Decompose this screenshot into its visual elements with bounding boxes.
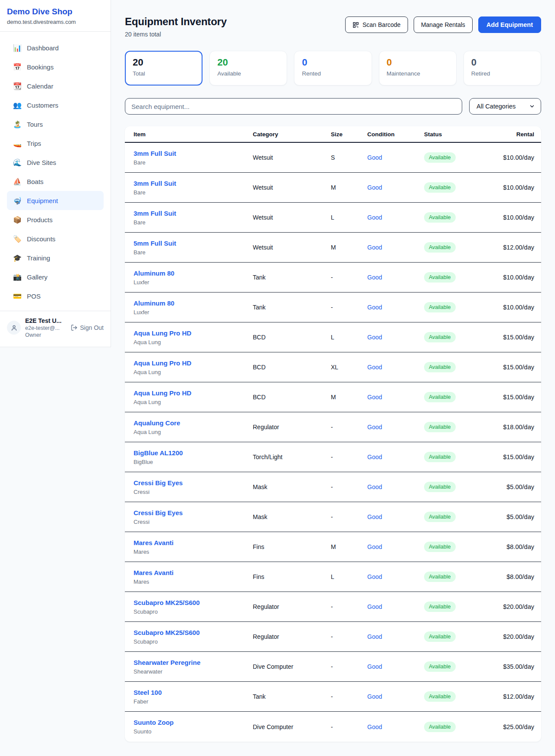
table-row[interactable]: Mares Avanti Mares Fins L Good Available… (125, 562, 541, 592)
item-brand: Luxfer (134, 309, 253, 316)
condition-link[interactable]: Good (367, 723, 382, 730)
condition-link[interactable]: Good (367, 154, 382, 161)
item-name-link[interactable]: Suunto Zoop (134, 719, 173, 726)
stat-card-available[interactable]: 20 Available (209, 51, 287, 85)
dive-mask-icon: 🤿 (13, 197, 22, 205)
sidebar-item-gallery[interactable]: 📸 Gallery (7, 267, 104, 286)
camera-icon: 📸 (13, 273, 22, 281)
sidebar-item-boats[interactable]: ⛵ Boats (7, 172, 104, 191)
item-name-link[interactable]: Aqua Lung Pro HD (134, 329, 191, 337)
table-row[interactable]: Shearwater Peregrine Shearwater Dive Com… (125, 652, 541, 682)
item-name-link[interactable]: 3mm Full Suit (134, 210, 176, 217)
table-row[interactable]: Aqualung Core Aqua Lung Regulator - Good… (125, 412, 541, 442)
condition-link[interactable]: Good (367, 244, 382, 251)
condition-link[interactable]: Good (367, 543, 382, 550)
item-name-link[interactable]: 3mm Full Suit (134, 180, 176, 187)
condition-link[interactable]: Good (367, 513, 382, 520)
condition-link[interactable]: Good (367, 364, 382, 371)
sidebar-item-equipment[interactable]: 🤿 Equipment (7, 191, 104, 210)
table-row[interactable]: 3mm Full Suit Bare Wetsuit L Good Availa… (125, 203, 541, 233)
sign-out-button[interactable]: Sign Out (71, 324, 104, 331)
sidebar-item-dashboard[interactable]: 📊 Dashboard (7, 38, 104, 57)
category-cell: Fins (253, 543, 331, 550)
item-brand: Bare (134, 249, 253, 256)
table-row[interactable]: 3mm Full Suit Bare Wetsuit M Good Availa… (125, 173, 541, 203)
table-row[interactable]: Aqua Lung Pro HD Aqua Lung BCD M Good Av… (125, 382, 541, 412)
table-row[interactable]: Scubapro MK25/S600 Scubapro Regulator - … (125, 592, 541, 622)
condition-link[interactable]: Good (367, 573, 382, 580)
table-row[interactable]: Steel 100 Faber Tank - Good Available $1… (125, 682, 541, 712)
brand-domain: demo.test.divestreams.com (7, 19, 104, 25)
item-name-link[interactable]: Scubapro MK25/S600 (134, 629, 200, 636)
scan-barcode-button[interactable]: Scan Barcode (345, 16, 408, 33)
sidebar-item-tours[interactable]: 🏝️ Tours (7, 115, 104, 134)
stat-card-rented[interactable]: 0 Rented (294, 51, 372, 85)
condition-link[interactable]: Good (367, 454, 382, 460)
sidebar-item-bookings[interactable]: 📅 Bookings (7, 57, 104, 76)
category-select[interactable]: All Categories (469, 98, 541, 115)
table-row[interactable]: Cressi Big Eyes Cressi Mask - Good Avail… (125, 502, 541, 532)
item-name-link[interactable]: Aluminum 80 (134, 299, 174, 307)
condition-link[interactable]: Good (367, 304, 382, 311)
condition-link[interactable]: Good (367, 663, 382, 670)
item-name-link[interactable]: Scubapro MK25/S600 (134, 599, 200, 606)
item-name-link[interactable]: Mares Avanti (134, 539, 173, 546)
add-equipment-button[interactable]: Add Equipment (478, 16, 541, 33)
manage-rentals-button[interactable]: Manage Rentals (414, 16, 473, 33)
table-row[interactable]: Aqua Lung Pro HD Aqua Lung BCD XL Good A… (125, 352, 541, 382)
table-row[interactable]: Mares Avanti Mares Fins M Good Available… (125, 532, 541, 562)
item-name-link[interactable]: Aluminum 80 (134, 270, 174, 277)
table-row[interactable]: Cressi Big Eyes Cressi Mask - Good Avail… (125, 472, 541, 502)
sidebar-item-products[interactable]: 📦 Products (7, 210, 104, 229)
brand-name[interactable]: Demo Dive Shop (7, 7, 104, 16)
condition-link[interactable]: Good (367, 214, 382, 221)
table-row[interactable]: Aluminum 80 Luxfer Tank - Good Available… (125, 263, 541, 293)
search-input[interactable] (125, 98, 462, 115)
sidebar-item-calendar[interactable]: 📆 Calendar (7, 76, 104, 95)
sidebar-item-customers[interactable]: 👥 Customers (7, 95, 104, 115)
table-header-row: Item Category Size Condition Status Rent… (125, 126, 541, 143)
condition-link[interactable]: Good (367, 274, 382, 281)
condition-link[interactable]: Good (367, 693, 382, 700)
sidebar-item-pos[interactable]: 💳 POS (7, 286, 104, 306)
table-row[interactable]: Scubapro MK25/S600 Scubapro Regulator - … (125, 622, 541, 652)
sidebar-item-training[interactable]: 🎓 Training (7, 248, 104, 267)
item-name-link[interactable]: 5mm Full Suit (134, 240, 176, 247)
condition-link[interactable]: Good (367, 483, 382, 490)
stat-card-maintenance[interactable]: 0 Maintenance (379, 51, 457, 85)
condition-link[interactable]: Good (367, 184, 382, 191)
table-row[interactable]: 3mm Full Suit Bare Wetsuit S Good Availa… (125, 143, 541, 173)
sidebar-item-label: Calendar (27, 82, 53, 90)
column-header-size: Size (331, 131, 367, 138)
item-name-link[interactable]: Aqualung Core (134, 419, 180, 427)
status-badge: Available (424, 512, 456, 522)
item-name-link[interactable]: 3mm Full Suit (134, 150, 176, 157)
sidebar-item-discounts[interactable]: 🏷️ Discounts (7, 229, 104, 248)
sidebar-item-trips[interactable]: 🚤 Trips (7, 134, 104, 153)
condition-link[interactable]: Good (367, 334, 382, 341)
condition-link[interactable]: Good (367, 633, 382, 640)
condition-link[interactable]: Good (367, 603, 382, 610)
stat-card-retired[interactable]: 0 Retired (464, 51, 541, 85)
item-name-link[interactable]: Steel 100 (134, 689, 162, 696)
tag-icon: 🏷️ (13, 235, 22, 243)
item-name-link[interactable]: BigBlue AL1200 (134, 449, 183, 457)
item-name-link[interactable]: Aqua Lung Pro HD (134, 389, 191, 397)
item-name-link[interactable]: Shearwater Peregrine (134, 659, 200, 666)
condition-link[interactable]: Good (367, 394, 382, 401)
page-header: Equipment Inventory 20 items total Scan … (125, 16, 541, 38)
table-row[interactable]: Suunto Zoop Suunto Dive Computer - Good … (125, 712, 541, 742)
table-row[interactable]: Aluminum 80 Luxfer Tank - Good Available… (125, 293, 541, 322)
table-row[interactable]: BigBlue AL1200 BigBlue Torch/Light - Goo… (125, 442, 541, 472)
sidebar-item-dive-sites[interactable]: 🌊 Dive Sites (7, 153, 104, 172)
item-name-link[interactable]: Cressi Big Eyes (134, 509, 183, 516)
item-name-link[interactable]: Mares Avanti (134, 569, 173, 576)
table-row[interactable]: 5mm Full Suit Bare Wetsuit M Good Availa… (125, 233, 541, 263)
condition-link[interactable]: Good (367, 424, 382, 431)
rental-cell: $12.00/day (478, 244, 534, 251)
rental-cell: $15.00/day (478, 394, 534, 401)
table-row[interactable]: Aqua Lung Pro HD Aqua Lung BCD L Good Av… (125, 322, 541, 352)
stat-card-total[interactable]: 20 Total (125, 51, 202, 85)
item-name-link[interactable]: Cressi Big Eyes (134, 479, 183, 486)
item-name-link[interactable]: Aqua Lung Pro HD (134, 359, 191, 367)
